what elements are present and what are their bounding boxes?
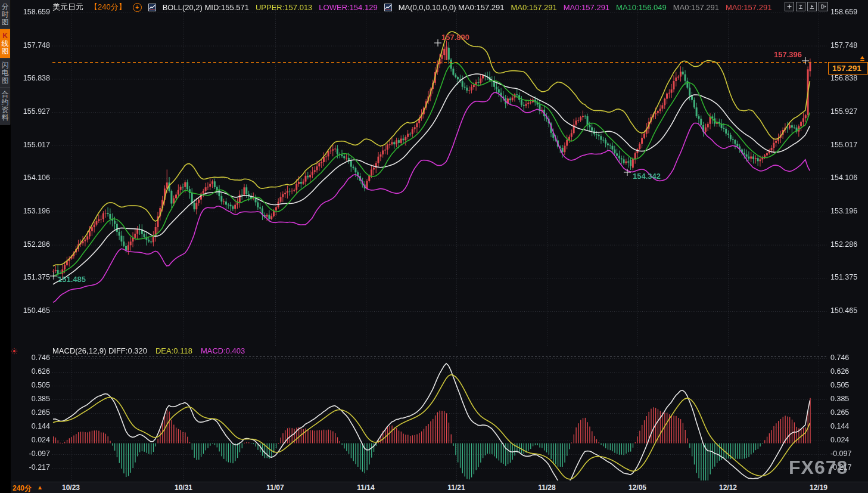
macd-tick-left: 0.626 bbox=[17, 367, 50, 376]
axis-scale-icon[interactable] bbox=[796, 2, 805, 11]
macd-tick-right: 0.626 bbox=[830, 367, 849, 376]
sidebar: 分时图K线图闪电图合约资料 bbox=[0, 0, 11, 493]
macd-tick-left: 0.746 bbox=[17, 354, 50, 362]
watermark: FX678 bbox=[789, 457, 848, 479]
scroll-to-latest-icon[interactable] bbox=[859, 54, 866, 64]
macd-tick-right: 0.265 bbox=[830, 408, 849, 417]
macd-tick-left: 0.505 bbox=[17, 381, 50, 390]
macd-tick-left: 0.024 bbox=[17, 436, 50, 445]
price-tick-right: 152.286 bbox=[830, 240, 857, 249]
macd-dea-label: DEA:0.118 bbox=[155, 346, 192, 355]
chart-canvas[interactable] bbox=[0, 0, 868, 493]
price-annotation: 157.890 bbox=[441, 33, 469, 42]
layout-grid-icon[interactable] bbox=[785, 2, 794, 11]
macd-tick-right: 0.144 bbox=[830, 422, 849, 431]
macd-tick-left: 0.385 bbox=[17, 395, 50, 404]
price-annotation: 157.396 bbox=[774, 50, 802, 59]
date-label: 10/23 bbox=[62, 483, 80, 492]
ma10-label: MA10:156.049 bbox=[616, 3, 667, 12]
price-tick-left: 151.375 bbox=[17, 273, 50, 282]
macd-tick-right: 0.746 bbox=[830, 354, 849, 362]
macd-legend: MACD(26,12,9) DIFF:0.320DEA:0.118MACD:0.… bbox=[52, 346, 245, 355]
indicator-panel-icon[interactable] bbox=[807, 2, 817, 11]
price-tick-left: 150.465 bbox=[17, 306, 50, 315]
ma-group-label: MA(0,0,0,10,0,0) MA0:157.291 bbox=[399, 3, 505, 12]
period-label: 【240分】 bbox=[90, 2, 126, 13]
date-label: 11/14 bbox=[357, 483, 374, 492]
macd-tick-right: 0.505 bbox=[830, 381, 849, 390]
date-label: 11/07 bbox=[266, 483, 284, 492]
chart-toolbar bbox=[785, 2, 828, 11]
price-annotation: 154.342 bbox=[633, 172, 661, 181]
date-label: 12/05 bbox=[629, 483, 646, 492]
date-label: 11/28 bbox=[538, 483, 555, 492]
price-tick-right: 155.927 bbox=[830, 107, 857, 116]
macd-tick-left: 0.144 bbox=[17, 422, 50, 431]
date-label: 12/19 bbox=[810, 483, 827, 492]
tab-char: 料 bbox=[0, 114, 10, 122]
mini-chart-icon bbox=[384, 4, 392, 11]
price-annotation: 151.485 bbox=[58, 275, 86, 284]
time-axis-bar: 240分 ▲ 10/2310/3111/0711/1411/2111/2812/… bbox=[0, 482, 868, 493]
price-tick-right: 154.106 bbox=[830, 173, 857, 182]
price-tick-left: 153.196 bbox=[17, 207, 50, 216]
ma0-yellow-label: MA0:157.291 bbox=[511, 3, 556, 12]
price-tick-left: 158.659 bbox=[17, 8, 50, 17]
indicator-legend-bar: 美元日元【240分】+BOLL(20,2) MID:155.571UPPER:1… bbox=[52, 2, 771, 13]
timeframe-label[interactable]: 240分 bbox=[13, 483, 32, 493]
crosshair-marker bbox=[50, 271, 57, 282]
tab-char: 图 bbox=[0, 48, 10, 55]
price-tick-right: 153.196 bbox=[830, 207, 857, 216]
price-tick-left: 155.927 bbox=[17, 107, 50, 116]
timeframe-arrow-icon[interactable]: ▲ bbox=[37, 484, 43, 491]
price-tick-right: 158.659 bbox=[830, 8, 857, 17]
ma0-magenta-label: MA0:157.291 bbox=[564, 3, 609, 12]
macd-diff-label: MACD(26,12,9) DIFF:0.320 bbox=[52, 346, 147, 355]
macd-tick-right: 0.385 bbox=[830, 395, 849, 404]
macd-value-label: MACD:0.403 bbox=[201, 346, 245, 355]
date-label: 11/21 bbox=[447, 483, 465, 492]
sidebar-tab-2[interactable]: 闪电图 bbox=[0, 58, 10, 88]
kline-chart-app: 分时图K线图闪电图合约资料 美元日元【240分】+BOLL(20,2) MID:… bbox=[0, 0, 868, 493]
price-tick-right: 157.748 bbox=[830, 41, 857, 50]
tab-char: 图 bbox=[0, 18, 10, 26]
macd-tick-left: -0.097 bbox=[17, 449, 50, 458]
sidebar-tabs: 分时图K线图闪电图合约资料 bbox=[0, 0, 11, 125]
last-price-value: 157.291 bbox=[832, 64, 861, 73]
price-tick-left: 156.838 bbox=[17, 74, 50, 83]
macd-tick-left: -0.217 bbox=[17, 463, 50, 472]
collapse-circle-icon[interactable]: + bbox=[133, 3, 142, 12]
date-label: 12/12 bbox=[719, 483, 737, 492]
price-tick-left: 152.286 bbox=[17, 240, 50, 249]
ma0-red-label: MA0:157.291 bbox=[726, 3, 771, 12]
price-tick-left: 154.106 bbox=[17, 173, 50, 182]
sidebar-tab-3[interactable]: 合约资料 bbox=[0, 88, 10, 125]
tab-char: 图 bbox=[0, 77, 10, 85]
price-tick-right: 151.375 bbox=[830, 273, 857, 282]
price-tick-left: 155.017 bbox=[17, 141, 50, 150]
price-tick-right: 150.465 bbox=[830, 306, 857, 315]
expand-window-icon[interactable] bbox=[819, 2, 828, 11]
crosshair-marker bbox=[434, 38, 441, 49]
macd-tick-right: 0.024 bbox=[830, 436, 849, 445]
symbol-title: 美元日元 bbox=[52, 2, 83, 13]
price-tick-right: 156.838 bbox=[830, 74, 857, 83]
alert-dot-icon[interactable] bbox=[11, 346, 18, 357]
boll-mid-label: BOLL(20,2) MID:155.571 bbox=[163, 3, 249, 12]
date-label: 10/31 bbox=[175, 483, 192, 492]
sidebar-tab-0[interactable]: 分时图 bbox=[0, 0, 10, 29]
sidebar-tab-1[interactable]: K线图 bbox=[0, 29, 10, 58]
price-tick-left: 157.748 bbox=[17, 41, 50, 50]
price-tick-right: 155.017 bbox=[830, 141, 857, 150]
boll-lower-label: LOWER:154.129 bbox=[319, 3, 377, 12]
boll-upper-label: UPPER:157.013 bbox=[256, 3, 312, 12]
ma0-gray-label: MA0:157.291 bbox=[673, 3, 719, 12]
macd-tick-left: 0.265 bbox=[17, 408, 50, 417]
mini-chart-icon bbox=[148, 4, 156, 11]
crosshair-marker bbox=[802, 56, 809, 67]
crosshair-marker bbox=[624, 168, 631, 178]
